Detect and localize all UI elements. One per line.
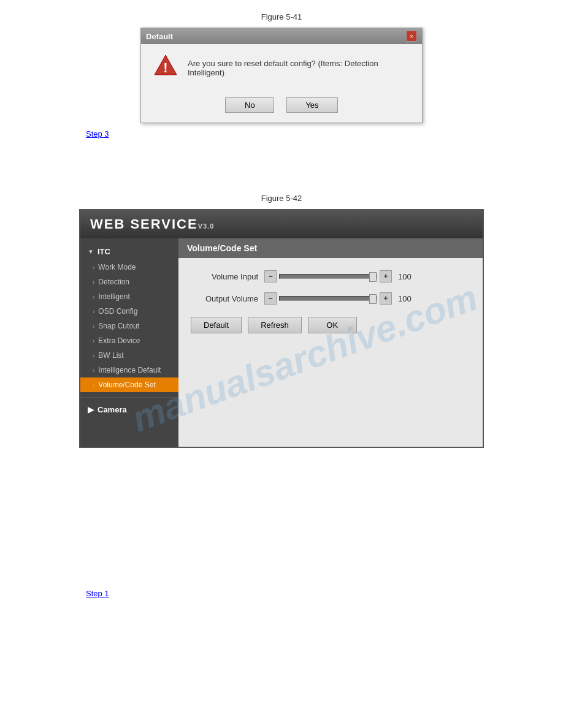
detection-arrow-icon: › [93,279,94,286]
output-volume-track[interactable] [279,296,377,301]
dialog-title: Default [146,32,173,41]
volume-input-label: Volume Input [191,272,258,281]
volume-input-value: 100 [398,272,416,281]
output-volume-value: 100 [398,294,416,303]
camera-arrow-icon: ▶ [88,405,94,414]
sidebar-item-volumecodeset[interactable]: › Volume/Code Set [80,377,178,392]
main-content: Volume/Code Set Volume Input − [178,238,483,447]
webservice-body: ▼ ITC › Work Mode › Detection › [80,238,483,447]
svg-text:!: ! [163,60,167,75]
default-button[interactable]: Default [191,317,242,333]
itc-label: ITC [98,247,110,256]
sidebar-item-workmode[interactable]: › Work Mode [80,260,178,275]
no-button[interactable]: No [225,97,274,113]
sidebar-item-intelligent[interactable]: › Intelligent [80,289,178,304]
main-header-title: Volume/Code Set [187,243,257,253]
workmode-label: Work Mode [98,263,136,271]
volumecodeset-arrow-icon: › [93,382,94,389]
main-header: Volume/Code Set [178,238,483,258]
output-volume-slider-container: − + [264,292,392,305]
figure42-caption: Figure 5-42 [261,194,302,203]
intelligencedefault-label: Intelligence Default [98,366,161,374]
step1-label: Step 1 [86,589,563,598]
refresh-button[interactable]: Refresh [248,317,302,333]
sidebar-item-osdconfig[interactable]: › OSD Config [80,304,178,319]
intelligent-label: Intelligent [98,292,129,301]
osdconfig-arrow-icon: › [93,308,94,315]
dialog-container: Default × ! Are you sure to reset defaul… [0,28,563,123]
output-volume-increase-button[interactable]: + [380,292,392,305]
output-volume-row: Output Volume − + 100 [191,292,470,305]
dialog-message: Are you sure to reset default config? (I… [188,59,410,77]
volume-input-decrease-button[interactable]: − [264,270,277,282]
sidebar-item-detection[interactable]: › Detection [80,275,178,289]
volumecodeset-label: Volume/Code Set [98,381,155,389]
intelligent-arrow-icon: › [93,294,94,300]
itc-section: ▼ ITC › Work Mode › Detection › [80,238,178,397]
volume-input-slider-container: − + [264,270,392,282]
output-volume-decrease-button[interactable]: − [264,292,277,305]
sidebar-item-snapcutout[interactable]: › Snap Cutout [80,319,178,333]
ok-button[interactable]: OK [308,317,357,333]
workmode-arrow-icon: › [93,264,94,271]
logo-version: V3.0 [198,222,215,230]
detection-label: Detection [98,278,129,286]
yes-button[interactable]: Yes [286,97,337,113]
webservice-header: WEB SERVICEV3.0 [80,210,483,238]
extradevice-label: Extra Device [98,336,140,345]
dialog-titlebar: Default × [141,28,422,44]
output-volume-label: Output Volume [191,294,258,303]
bwlist-arrow-icon: › [93,352,94,359]
sidebar-item-intelligencedefault[interactable]: › Intelligence Default [80,363,178,377]
bwlist-label: BW List [98,351,123,360]
dialog-close-button[interactable]: × [406,31,417,42]
figure42-wrapper: Figure 5-42 WEB SERVICEV3.0 ▼ ITC [0,194,563,448]
intelligencedefault-arrow-icon: › [93,367,94,374]
dialog-buttons: No Yes [141,91,422,123]
extradevice-arrow-icon: › [93,338,94,344]
volume-input-track[interactable] [279,274,377,279]
dialog-body: ! Are you sure to reset default config? … [141,44,422,91]
volume-input-row: Volume Input − + 100 [191,270,470,282]
camera-section-header[interactable]: ▶ Camera [80,401,178,418]
logo-text: WEB SERVICE [90,216,198,232]
warning-icon: ! [153,54,178,82]
main-body: Volume Input − + 100 [178,258,483,346]
sidebar-item-extradevice[interactable]: › Extra Device [80,333,178,348]
sidebar-item-bwlist[interactable]: › BW List [80,348,178,363]
itc-section-header[interactable]: ▼ ITC [80,243,178,260]
figure41-caption: Figure 5-41 [0,12,563,21]
volume-input-increase-button[interactable]: + [380,270,392,282]
osdconfig-label: OSD Config [98,307,137,316]
action-buttons: Default Refresh OK [191,317,470,333]
itc-arrow-icon: ▼ [88,248,94,255]
camera-label: Camera [98,405,127,414]
webservice-logo: WEB SERVICEV3.0 [90,216,473,232]
sidebar: ▼ ITC › Work Mode › Detection › [80,238,178,447]
dialog-box: Default × ! Are you sure to reset defaul… [140,28,423,123]
camera-section: ▶ Camera [80,397,178,422]
step3-label: Step 3 [86,129,563,138]
snapcutout-arrow-icon: › [93,323,94,330]
webservice-container: WEB SERVICEV3.0 ▼ ITC › Work Mode [79,209,484,448]
snapcutout-label: Snap Cutout [98,322,139,330]
